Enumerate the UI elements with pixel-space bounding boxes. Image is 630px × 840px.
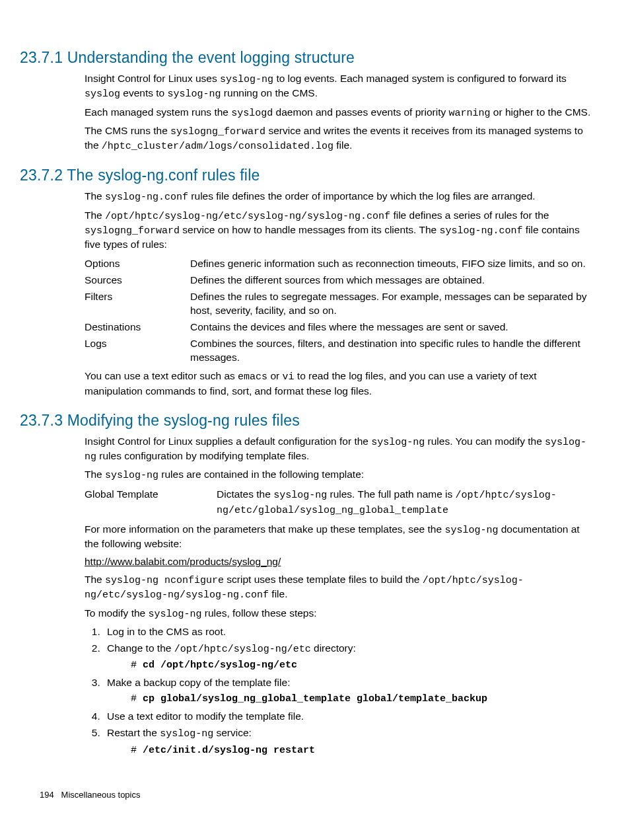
code: syslog-ng: [220, 74, 273, 85]
table-row: SourcesDefines the different sources fro…: [85, 272, 592, 289]
list-item: Log in to the CMS as root.: [103, 625, 592, 639]
code: syslog-ng nconfigure: [105, 575, 224, 586]
code: syslog-ng: [105, 470, 158, 481]
text: For more information on the parameters t…: [85, 523, 444, 535]
prompt: #: [131, 660, 143, 671]
code: syslog-ng: [273, 490, 327, 501]
command-line: # cd /opt/hptc/syslog-ng/etc: [131, 659, 592, 672]
text: or: [267, 370, 282, 381]
text: Insight Control for Linux supplies a def…: [85, 436, 371, 447]
text: The: [85, 190, 105, 202]
list-item: Restart the syslog-ng service: # /etc/in…: [103, 726, 592, 757]
template-definition-list: Global Template Dictates the syslog-ng r…: [85, 486, 592, 519]
code: syslog-ng: [168, 89, 221, 100]
text: file.: [269, 588, 287, 599]
steps-list: Log in to the CMS as root. Change to the…: [85, 625, 592, 757]
code: syslog-ng: [444, 525, 498, 536]
text: events to: [120, 87, 168, 98]
code: emacs: [238, 371, 267, 383]
term: Destinations: [85, 319, 190, 336]
prompt: #: [131, 693, 143, 705]
text: rules are contained in the following tem…: [158, 469, 364, 480]
page-number: 194: [40, 790, 54, 800]
term: Global Template: [85, 486, 217, 519]
external-link[interactable]: http://www.balabit.com/products/syslog_n…: [85, 556, 281, 567]
rules-definition-list: OptionsDefines generic information such …: [85, 256, 592, 365]
table-row: DestinationsContains the devices and fil…: [85, 319, 592, 336]
text: file.: [333, 139, 352, 151]
definition: Contains the devices and files where the…: [190, 319, 592, 336]
text: Restart the: [107, 727, 160, 738]
text: rules configuration by modifying templat…: [96, 450, 309, 461]
list-item: Use a text editor to modify the template…: [103, 710, 592, 724]
text: or higher to the CMS.: [491, 106, 591, 118]
page-footer: 194 Miscellaneous topics: [40, 789, 141, 801]
text: The: [85, 469, 105, 480]
command: cd /opt/hptc/syslog-ng/etc: [143, 660, 297, 671]
paragraph: The syslog-ng rules are contained in the…: [85, 468, 592, 482]
text: The CMS runs the: [85, 125, 170, 136]
code: vi: [283, 371, 295, 383]
prompt: #: [131, 745, 143, 756]
list-item: Change to the /opt/hptc/syslog-ng/etc di…: [103, 642, 592, 673]
text: rules file defines the order of importan…: [188, 190, 536, 202]
text: Change to the: [107, 642, 174, 654]
text: file defines a series of rules for the: [390, 210, 549, 221]
definition: Dictates the syslog-ng rules. The full p…: [217, 486, 592, 519]
code: syslogng_forward: [85, 225, 180, 237]
section-heading-23-7-1: 23.7.1 Understanding the event logging s…: [20, 48, 592, 68]
term: Filters: [85, 289, 190, 319]
text: service on how to handle messages from i…: [180, 224, 439, 235]
text: Each managed system runs the: [85, 106, 231, 118]
table-row: Global Template Dictates the syslog-ng r…: [85, 486, 592, 519]
text: Dictates the: [217, 488, 273, 500]
command-line: # /etc/init.d/syslog-ng restart: [131, 744, 592, 757]
table-row: LogsCombines the sources, filters, and d…: [85, 336, 592, 366]
code: syslogd: [231, 108, 273, 119]
definition: Combines the sources, filters, and desti…: [190, 336, 592, 366]
code: /opt/hptc/syslog-ng/etc/syslog-ng/syslog…: [105, 211, 390, 222]
definition: Defines generic information such as reco…: [190, 256, 592, 272]
code: syslogng_forward: [170, 126, 265, 137]
paragraph: The syslog-ng nconfigure script uses the…: [85, 573, 592, 603]
paragraph: Insight Control for Linux supplies a def…: [85, 435, 592, 465]
text: Log in to the CMS as root.: [107, 626, 226, 637]
paragraph: The syslog-ng.conf rules file defines th…: [85, 190, 592, 204]
code: syslog-ng: [371, 437, 425, 448]
text: The: [85, 574, 105, 585]
paragraph: To modify the syslog-ng rules, follow th…: [85, 607, 592, 621]
command-line: # cp global/syslog_ng_global_template gl…: [131, 693, 592, 706]
text: rules. You can modify the: [425, 436, 545, 447]
code: warning: [449, 108, 491, 119]
command: /etc/init.d/syslog-ng restart: [143, 745, 315, 756]
text: daemon and passes events of priority: [273, 106, 448, 118]
table-row: OptionsDefines generic information such …: [85, 256, 592, 272]
text: You can use a text editor such as: [85, 370, 238, 381]
paragraph: Each managed system runs the syslogd dae…: [85, 106, 592, 120]
command: cp global/syslog_ng_global_template glob…: [143, 693, 487, 705]
text: Use a text editor to modify the template…: [107, 710, 304, 722]
code: syslog: [85, 89, 120, 100]
list-item: Make a backup copy of the template file:…: [103, 676, 592, 706]
text: Make a backup copy of the template file:: [107, 677, 290, 688]
paragraph: Insight Control for Linux uses syslog-ng…: [85, 72, 592, 102]
section-heading-23-7-2: 23.7.2 The syslog-ng.conf rules file: [20, 165, 592, 186]
code: /hptc_cluster/adm/logs/consolidated.log: [102, 141, 333, 152]
text: The: [85, 210, 105, 221]
code: syslog-ng: [149, 609, 202, 620]
term: Sources: [85, 272, 190, 289]
text: running on the CMS.: [221, 87, 318, 98]
paragraph: The CMS runs the syslogng_forward servic…: [85, 124, 592, 154]
code: /opt/hptc/syslog-ng/etc: [174, 644, 311, 655]
table-row: FiltersDefines the rules to segregate me…: [85, 289, 592, 319]
term: Options: [85, 256, 190, 272]
code: syslog-ng.conf: [105, 192, 188, 203]
paragraph: http://www.balabit.com/products/syslog_n…: [85, 555, 592, 569]
text: To modify the: [85, 607, 149, 619]
term: Logs: [85, 336, 190, 366]
paragraph: For more information on the parameters t…: [85, 523, 592, 551]
code: syslog-ng: [160, 728, 213, 740]
text: directory:: [311, 642, 356, 654]
text: service:: [213, 727, 252, 738]
text: to log events. Each managed system is co…: [273, 73, 567, 84]
